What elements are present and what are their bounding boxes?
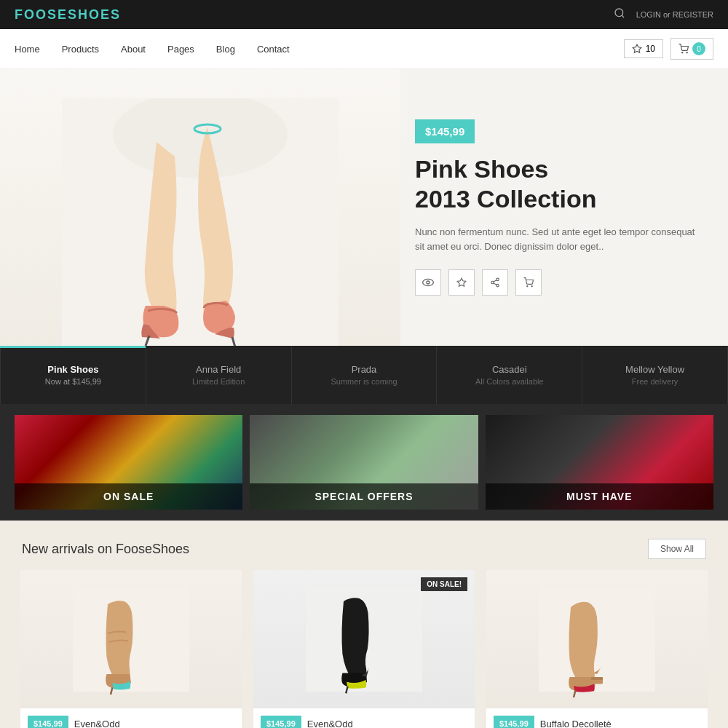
product-name-1: Even&Odd [307,719,353,729]
svg-point-19 [531,286,532,287]
sale-badge-1: ON SALE! [421,577,467,591]
hero-visual [0,69,400,346]
cart-count: 0 [692,42,705,55]
login-link[interactable]: LOGIN [636,10,661,19]
product-image-1: ON SALE! [253,570,475,708]
svg-point-18 [527,286,528,287]
svg-point-0 [615,9,623,17]
svg-line-17 [494,280,496,282]
slider-item-name-1: Anna Field [196,364,241,375]
main-nav: Home Products About Pages Blog Contact [15,44,290,55]
product-image-2 [486,570,708,708]
nav-products[interactable]: Products [62,44,99,55]
hero-actions [415,269,699,296]
slider-item-name-2: Prada [352,364,377,375]
slider-item-name-4: Mellow Yellow [625,364,684,375]
svg-rect-27 [591,677,603,680]
svg-line-16 [494,283,496,285]
slider-item-sub-0: Now at $145,99 [45,377,101,386]
search-icon[interactable] [614,7,625,22]
hero-image [0,69,400,346]
cat-special-offers[interactable]: SPECIAL OFFERS [250,415,478,510]
product-name-2: Buffalo Decolletè [540,719,612,729]
hero-title: Pink Shoes 2013 Collection [415,154,699,214]
slider-item-4[interactable]: Mellow Yellow Free delivery [582,346,728,404]
login-register-text[interactable]: LOGIN or REGISTER [636,10,713,19]
product-price-0: $145,99 [28,716,68,728]
svg-point-10 [423,279,434,285]
svg-point-13 [496,278,499,281]
svg-point-14 [491,281,494,284]
slider-item-3[interactable]: Casadei All Colors available [437,346,582,404]
new-arrivals-header: New arrivals on FooseShoes Show All [0,521,728,570]
top-bar: FOOSESHOES LOGIN or REGISTER [0,0,728,29]
new-arrivals-grid: $145,99 Even&Odd ON SALE! $145,99 Even&O… [0,570,728,728]
slider-item-0[interactable]: Pink Shoes Now at $145,99 [0,346,146,404]
product-price-1: $145,99 [261,716,301,728]
product-image-0 [20,570,242,708]
slider-item-2[interactable]: Prada Summer is coming [292,346,438,404]
svg-point-3 [682,52,683,53]
hero-price-badge: $145,99 [415,119,475,143]
slider-item-sub-3: All Colors available [475,377,544,386]
cat-must-have[interactable]: MUST HAVE [486,415,713,510]
product-card-1: ON SALE! $145,99 Even&Odd [253,570,475,728]
hero-description: Nunc non fermentum nunc. Sed ut ante ege… [415,225,699,256]
new-arrivals-show-all[interactable]: Show All [648,539,706,559]
svg-point-4 [687,52,687,53]
hero-wishlist-button[interactable] [448,269,475,296]
product-price-2: $145,99 [494,716,534,728]
hero-shoes-svg [62,98,339,346]
category-banners: ON SALE SPECIAL OFFERS MUST HAVE [0,404,728,521]
product-slider-nav: Pink Shoes Now at $145,99 Anna Field Lim… [0,346,728,404]
svg-line-1 [622,15,624,17]
brand-logo: FOOSESHOES [15,7,121,23]
product-name-0: Even&Odd [74,719,120,729]
slider-item-sub-1: Limited Edition [192,377,245,386]
nav-bar: Home Products About Pages Blog Contact 1… [0,29,728,69]
or-separator: or [663,10,670,19]
product-info-0: $145,99 Even&Odd [20,708,242,728]
nav-pages[interactable]: Pages [167,44,194,55]
wishlist-button[interactable]: 10 [624,39,663,58]
nav-blog[interactable]: Blog [216,44,235,55]
svg-point-11 [427,281,430,284]
slider-item-sub-2: Summer is coming [331,377,397,386]
new-arrivals-title: New arrivals on FooseShoes [22,542,189,557]
cat-must-have-label: MUST HAVE [486,483,713,510]
cat-on-sale-label: ON SALE [15,483,242,510]
nav-about[interactable]: About [121,44,146,55]
cart-button[interactable]: 0 [670,38,713,60]
nav-home[interactable]: Home [15,44,40,55]
svg-marker-2 [633,44,641,52]
nav-contact[interactable]: Contact [257,44,290,55]
top-right: LOGIN or REGISTER [614,7,713,22]
register-link[interactable]: REGISTER [673,10,713,19]
hero-view-button[interactable] [415,269,441,296]
product-info-2: $145,99 Buffalo Decolletè [486,708,708,728]
wishlist-count: 10 [646,44,655,54]
hero-section: $145,99 Pink Shoes 2013 Collection Nunc … [0,69,728,346]
nav-actions: 10 0 [624,38,713,60]
slider-item-name-3: Casadei [492,364,527,375]
slider-item-name-0: Pink Shoes [47,364,98,375]
cat-on-sale[interactable]: ON SALE [15,415,242,510]
product-card-0: $145,99 Even&Odd [20,570,242,728]
slider-item-sub-4: Free delivery [632,377,678,386]
product-card-2: $145,99 Buffalo Decolletè [486,570,708,728]
svg-marker-12 [457,278,466,286]
svg-point-15 [496,284,499,287]
product-info-1: $145,99 Even&Odd [253,708,475,728]
hero-content: $145,99 Pink Shoes 2013 Collection Nunc … [400,98,728,317]
hero-share-button[interactable] [482,269,508,296]
hero-cart-button[interactable] [515,269,542,296]
slider-item-1[interactable]: Anna Field Limited Edition [146,346,292,404]
cat-special-offers-label: SPECIAL OFFERS [250,483,478,510]
